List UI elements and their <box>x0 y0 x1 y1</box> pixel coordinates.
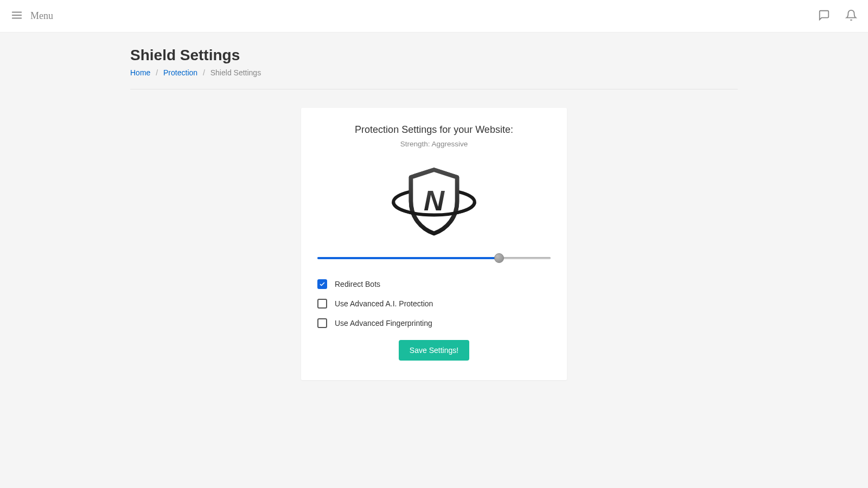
option-fingerprinting[interactable]: Use Advanced Fingerprinting <box>317 318 551 328</box>
strength-slider[interactable] <box>317 252 551 264</box>
card-subtitle: Strength: Aggressive <box>317 140 551 148</box>
breadcrumb-separator: / <box>156 68 158 77</box>
option-label: Use Advanced Fingerprinting <box>335 319 432 328</box>
breadcrumb: Home / Protection / Shield Settings <box>130 68 738 89</box>
breadcrumb-current: Shield Settings <box>210 68 261 77</box>
breadcrumb-protection[interactable]: Protection <box>163 68 197 77</box>
breadcrumb-home[interactable]: Home <box>130 68 150 77</box>
save-button[interactable]: Save Settings! <box>399 340 469 361</box>
bell-icon[interactable] <box>845 9 857 23</box>
option-label: Use Advanced A.I. Protection <box>335 299 433 308</box>
shield-logo: N <box>317 163 551 239</box>
option-ai-protection[interactable]: Use Advanced A.I. Protection <box>317 299 551 309</box>
card-title: Protection Settings for your Website: <box>317 124 551 136</box>
checkbox-icon[interactable] <box>317 279 327 289</box>
hamburger-icon[interactable] <box>11 9 23 23</box>
slider-thumb[interactable] <box>494 253 504 263</box>
chat-icon[interactable] <box>818 9 830 23</box>
option-label: Redirect Bots <box>335 280 380 288</box>
topbar: Menu <box>0 0 868 33</box>
settings-card: Protection Settings for your Website: St… <box>301 108 567 380</box>
option-redirect-bots[interactable]: Redirect Bots <box>317 279 551 289</box>
page-title: Shield Settings <box>130 47 738 64</box>
svg-text:N: N <box>424 184 445 216</box>
checkbox-icon[interactable] <box>317 318 327 328</box>
slider-fill <box>317 257 499 259</box>
breadcrumb-separator: / <box>203 68 205 77</box>
checkbox-icon[interactable] <box>317 299 327 309</box>
menu-label[interactable]: Menu <box>30 10 53 22</box>
